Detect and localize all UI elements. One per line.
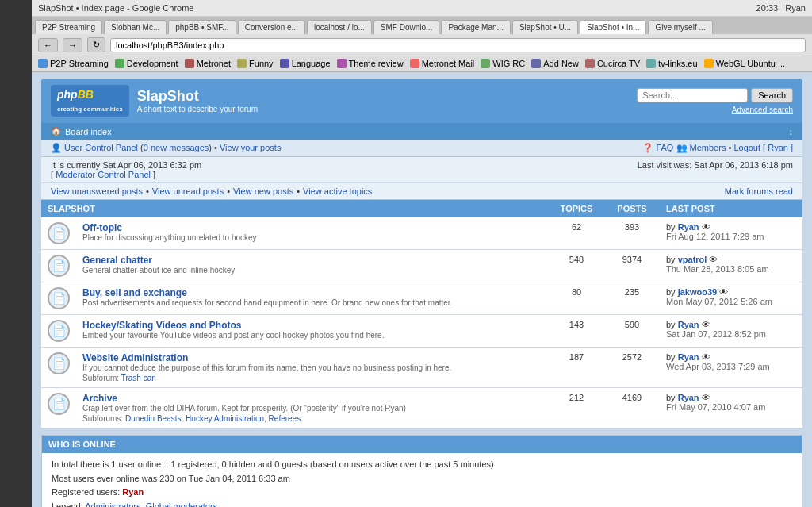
forum-link-2[interactable]: Buy, sell and exchange [82,287,187,298]
forum-name: SlapShot [137,88,258,105]
search-input[interactable] [637,88,748,102]
faq-icon: ❓ [642,143,653,152]
bookmark-7[interactable]: WIG RC [481,59,525,68]
forum-link-5[interactable]: Archive [82,393,117,404]
bookmark-10[interactable]: tv-links.eu [646,59,698,68]
topics-5: 212 [549,388,604,428]
last-by-4[interactable]: Ryan [678,352,699,362]
forum-link-1[interactable]: General chatter [82,255,152,266]
global-mods-link[interactable]: Global moderators [146,501,218,507]
forum-link-0[interactable]: Off-topic [82,222,122,233]
back-button[interactable]: ← [38,38,58,52]
forum-name-0: Off-topic [82,222,542,233]
subforum-link-referees[interactable]: Referees [269,414,301,423]
table-row: 📄 General chatter General chatter about … [41,250,802,282]
header-search: Search Advanced search [637,88,793,114]
active-topics-link[interactable]: View active topics [303,186,372,196]
current-time: It is currently Sat Apr 06, 2013 6:32 pm [51,160,201,170]
bookmark-8[interactable]: Add New [531,59,579,68]
bookmark-icon [531,59,541,68]
ucp-link[interactable]: User Control Panel [64,143,138,152]
bookmark-9[interactable]: Cucirca TV [585,59,640,68]
forum-name-5: Archive [82,393,542,404]
view-icon: 👁 [702,393,710,402]
tab-1[interactable]: Siobhan Mc... [104,20,167,34]
breadcrumb-link[interactable]: Board index [65,127,112,136]
members-link[interactable]: Members [690,143,726,152]
unread-link[interactable]: View unread posts [152,186,224,196]
last-by-3[interactable]: Ryan [678,320,699,329]
bookmark-icon [646,59,656,68]
moderator-panel-link[interactable]: Moderator Control Panel [56,170,151,179]
mod-panel: [ Moderator Control Panel ] [51,170,155,179]
new-posts-link[interactable]: View new posts [233,186,293,196]
nav-strip-right: ↕ [789,127,794,136]
forum-desc-5: Crap left over from the old DIHA forum. … [82,404,542,413]
unanswered-link[interactable]: View unanswered posts [51,186,143,196]
view-links: View unanswered posts • View unread post… [41,183,802,200]
tab-8[interactable]: SlapShot • In... [580,20,646,34]
table-row: 📄 Off-topic Place for discussing anythin… [41,217,802,250]
forum-icon: 📄 [48,287,70,309]
last-date-1: Thu Mar 28, 2013 8:05 am [666,264,769,274]
mark-forums-read-link[interactable]: Mark forums read [725,186,793,196]
bookmark-2[interactable]: Metronet [185,59,231,68]
subforum-link-dunedin[interactable]: Dunedin Beasts [125,414,182,423]
title-bar-right: 20:33 Ryan [756,3,806,13]
address-bar[interactable] [110,38,806,52]
advanced-search-link[interactable]: Advanced search [732,106,793,114]
view-links-right: Mark forums read [725,186,793,196]
new-messages-link[interactable]: 0 new messages [144,143,209,152]
bookmarks-bar: P2P Streaming Development Metronet Funny… [32,56,812,71]
last-by-5[interactable]: Ryan [678,393,699,402]
bookmark-4[interactable]: Language [280,59,331,68]
view-posts-link[interactable]: View your posts [220,143,281,152]
bookmark-3[interactable]: Funny [237,59,274,68]
search-row: Search [637,88,793,102]
online-header: WHO IS ONLINE [42,436,802,453]
last-date-4: Wed Apr 03, 2013 7:29 am [666,362,770,371]
legend: Legend: Administrators, Global moderator… [52,500,792,507]
forum-icon-cell: 📄 [41,217,76,250]
tab-2[interactable]: phpBB • SMF... [168,20,236,34]
ucp-bar: 👤 User Control Panel (0 new messages) • … [41,140,802,157]
nav-strip: 🏠 Board index ↕ [41,123,802,140]
faq-link[interactable]: FAQ [656,143,673,152]
tab-0[interactable]: P2P Streaming [35,20,102,34]
forum-link-3[interactable]: Hockey/Skating Videos and Photos [82,320,242,331]
admins-link[interactable]: Administrators [85,501,140,507]
last-post-0: by Ryan 👁 Fri Aug 12, 2011 7:29 am [660,217,802,250]
who-is-online-box: WHO IS ONLINE In total there is 1 user o… [41,435,802,507]
tab-5[interactable]: SMF Downlo... [373,20,440,34]
forum-logo: phpBBcreating communities SlapShot A sho… [51,85,258,117]
bookmark-1[interactable]: Development [115,59,178,68]
last-by-1[interactable]: vpatrol [678,255,707,264]
forum-link-4[interactable]: Website Administration [82,352,188,363]
bookmark-11[interactable]: WebGL Ubuntu ... [704,59,785,68]
subforum-link-4[interactable]: Trash can [121,374,156,382]
forum-name-2: Buy, sell and exchange [82,287,542,298]
tab-4[interactable]: localhost / lo... [307,20,372,34]
os-sidebar [0,0,32,507]
last-by-0[interactable]: Ryan [678,222,699,232]
bookmark-5[interactable]: Theme review [337,59,404,68]
tab-3[interactable]: Conversion e... [238,20,305,34]
logout-link[interactable]: Logout [ Ryan ] [733,143,793,152]
view-icon: 👁 [702,222,710,232]
reload-button[interactable]: ↻ [87,37,105,52]
last-by-2[interactable]: jakwoo39 [678,287,718,297]
table-row: 📄 Hockey/Skating Videos and Photos Embed… [41,315,802,348]
forum-icon-cell: 📄 [41,250,76,282]
bookmark-6[interactable]: Metronet Mail [410,59,475,68]
forum-desc-0: Place for discussing anything unrelated … [82,233,542,242]
forward-button[interactable]: → [63,38,82,52]
members-icon: 👥 [676,143,688,152]
subforum-link-hockey-admin[interactable]: Hockey Administration [186,414,264,423]
tab-9[interactable]: Give myself ... [648,20,712,34]
topics-4: 187 [549,348,604,388]
search-button[interactable]: Search [751,88,793,102]
registered-user-link[interactable]: Ryan [122,487,144,497]
tab-6[interactable]: Package Man... [441,20,510,34]
bookmark-0[interactable]: P2P Streaming [38,59,109,68]
tab-7[interactable]: SlapShot • U... [512,20,578,34]
